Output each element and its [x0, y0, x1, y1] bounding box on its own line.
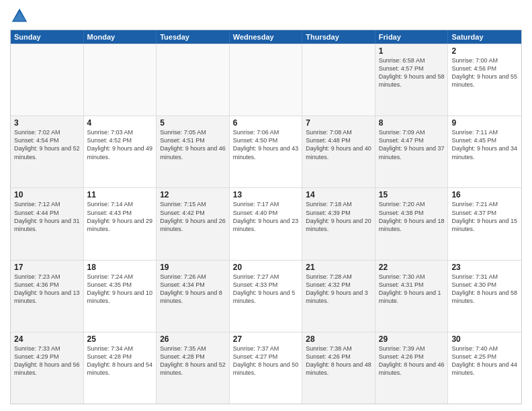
weekday-header-saturday: Saturday — [448, 30, 521, 44]
day-cell-16: 16Sunrise: 7:21 AM Sunset: 4:37 PM Dayli… — [448, 188, 521, 259]
day-cell-4: 4Sunrise: 7:03 AM Sunset: 4:52 PM Daylig… — [84, 116, 157, 187]
empty-cell — [11, 44, 84, 116]
day-info: Sunrise: 7:17 AM Sunset: 4:40 PM Dayligh… — [233, 200, 299, 233]
day-number: 14 — [306, 190, 371, 199]
day-cell-26: 26Sunrise: 7:35 AM Sunset: 4:28 PM Dayli… — [157, 332, 230, 404]
day-info: Sunrise: 7:02 AM Sunset: 4:54 PM Dayligh… — [14, 128, 80, 161]
day-info: Sunrise: 7:06 AM Sunset: 4:50 PM Dayligh… — [233, 128, 299, 161]
day-number: 4 — [87, 118, 153, 128]
day-cell-6: 6Sunrise: 7:06 AM Sunset: 4:50 PM Daylig… — [230, 116, 303, 187]
calendar-row-1: 3Sunrise: 7:02 AM Sunset: 4:54 PM Daylig… — [11, 116, 521, 187]
day-cell-25: 25Sunrise: 7:34 AM Sunset: 4:28 PM Dayli… — [84, 332, 157, 404]
day-number: 11 — [87, 190, 153, 199]
day-number: 26 — [160, 334, 226, 344]
day-cell-30: 30Sunrise: 7:40 AM Sunset: 4:25 PM Dayli… — [448, 332, 521, 404]
day-number: 23 — [451, 263, 518, 272]
day-cell-29: 29Sunrise: 7:39 AM Sunset: 4:26 PM Dayli… — [375, 332, 449, 404]
day-number: 28 — [306, 334, 371, 344]
day-number: 22 — [379, 263, 445, 272]
day-number: 9 — [451, 118, 518, 128]
day-info: Sunrise: 7:14 AM Sunset: 4:43 PM Dayligh… — [87, 200, 153, 233]
day-cell-28: 28Sunrise: 7:38 AM Sunset: 4:26 PM Dayli… — [302, 332, 375, 404]
page: SundayMondayTuesdayWednesdayThursdayFrid… — [0, 0, 532, 411]
day-number: 16 — [451, 190, 518, 199]
calendar-row-2: 10Sunrise: 7:12 AM Sunset: 4:44 PM Dayli… — [11, 187, 521, 259]
day-info: Sunrise: 7:39 AM Sunset: 4:26 PM Dayligh… — [379, 345, 445, 377]
day-info: Sunrise: 7:00 AM Sunset: 4:56 PM Dayligh… — [451, 56, 518, 89]
day-info: Sunrise: 7:33 AM Sunset: 4:29 PM Dayligh… — [14, 345, 80, 377]
day-cell-9: 9Sunrise: 7:11 AM Sunset: 4:45 PM Daylig… — [448, 116, 521, 187]
day-number: 24 — [14, 334, 80, 344]
logo — [10, 7, 32, 26]
day-info: Sunrise: 7:11 AM Sunset: 4:45 PM Dayligh… — [451, 128, 518, 161]
day-number: 25 — [87, 334, 153, 344]
logo-icon — [10, 7, 29, 26]
weekday-header-monday: Monday — [84, 30, 157, 44]
day-cell-7: 7Sunrise: 7:08 AM Sunset: 4:48 PM Daylig… — [302, 116, 375, 187]
day-cell-19: 19Sunrise: 7:26 AM Sunset: 4:34 PM Dayli… — [157, 261, 230, 332]
calendar-body: 1Sunrise: 6:58 AM Sunset: 4:57 PM Daylig… — [11, 44, 521, 404]
day-cell-5: 5Sunrise: 7:05 AM Sunset: 4:51 PM Daylig… — [157, 116, 230, 187]
day-number: 12 — [160, 190, 226, 199]
day-cell-1: 1Sunrise: 6:58 AM Sunset: 4:57 PM Daylig… — [375, 44, 449, 116]
empty-cell — [230, 44, 303, 116]
day-number: 15 — [379, 190, 445, 199]
day-cell-10: 10Sunrise: 7:12 AM Sunset: 4:44 PM Dayli… — [11, 188, 84, 259]
day-number: 6 — [233, 118, 299, 128]
day-info: Sunrise: 7:31 AM Sunset: 4:30 PM Dayligh… — [451, 273, 518, 306]
day-cell-3: 3Sunrise: 7:02 AM Sunset: 4:54 PM Daylig… — [11, 116, 84, 187]
day-cell-13: 13Sunrise: 7:17 AM Sunset: 4:40 PM Dayli… — [230, 188, 303, 259]
day-info: Sunrise: 7:18 AM Sunset: 4:39 PM Dayligh… — [306, 200, 371, 233]
day-info: Sunrise: 7:03 AM Sunset: 4:52 PM Dayligh… — [87, 128, 153, 161]
day-cell-20: 20Sunrise: 7:27 AM Sunset: 4:33 PM Dayli… — [230, 261, 303, 332]
day-number: 2 — [451, 46, 518, 56]
day-number: 17 — [14, 263, 80, 272]
empty-cell — [302, 44, 375, 116]
day-cell-8: 8Sunrise: 7:09 AM Sunset: 4:47 PM Daylig… — [375, 116, 449, 187]
day-number: 5 — [160, 118, 226, 128]
day-cell-2: 2Sunrise: 7:00 AM Sunset: 4:56 PM Daylig… — [448, 44, 521, 116]
day-info: Sunrise: 7:34 AM Sunset: 4:28 PM Dayligh… — [87, 345, 153, 377]
calendar-header: SundayMondayTuesdayWednesdayThursdayFrid… — [11, 30, 521, 44]
day-cell-23: 23Sunrise: 7:31 AM Sunset: 4:30 PM Dayli… — [448, 261, 521, 332]
day-info: Sunrise: 7:26 AM Sunset: 4:34 PM Dayligh… — [160, 273, 226, 306]
day-info: Sunrise: 7:35 AM Sunset: 4:28 PM Dayligh… — [160, 345, 226, 377]
day-info: Sunrise: 7:27 AM Sunset: 4:33 PM Dayligh… — [233, 273, 299, 306]
day-number: 10 — [14, 190, 80, 199]
day-info: Sunrise: 7:21 AM Sunset: 4:37 PM Dayligh… — [451, 200, 518, 233]
day-number: 18 — [87, 263, 153, 272]
day-number: 3 — [14, 118, 80, 128]
weekday-header-thursday: Thursday — [302, 30, 375, 44]
day-number: 20 — [233, 263, 299, 272]
header — [10, 7, 522, 26]
day-number: 13 — [233, 190, 299, 199]
day-number: 27 — [233, 334, 299, 344]
day-info: Sunrise: 7:30 AM Sunset: 4:31 PM Dayligh… — [379, 273, 445, 306]
day-number: 19 — [160, 263, 226, 272]
day-info: Sunrise: 6:58 AM Sunset: 4:57 PM Dayligh… — [379, 56, 445, 89]
day-cell-21: 21Sunrise: 7:28 AM Sunset: 4:32 PM Dayli… — [302, 261, 375, 332]
weekday-header-wednesday: Wednesday — [230, 30, 303, 44]
day-info: Sunrise: 7:28 AM Sunset: 4:32 PM Dayligh… — [306, 273, 371, 306]
weekday-header-tuesday: Tuesday — [157, 30, 230, 44]
day-info: Sunrise: 7:15 AM Sunset: 4:42 PM Dayligh… — [160, 200, 226, 233]
day-info: Sunrise: 7:09 AM Sunset: 4:47 PM Dayligh… — [379, 128, 445, 161]
empty-cell — [84, 44, 157, 116]
day-cell-22: 22Sunrise: 7:30 AM Sunset: 4:31 PM Dayli… — [375, 261, 449, 332]
day-number: 1 — [379, 46, 445, 56]
empty-cell — [157, 44, 230, 116]
day-info: Sunrise: 7:37 AM Sunset: 4:27 PM Dayligh… — [233, 345, 299, 377]
weekday-header-friday: Friday — [375, 30, 449, 44]
day-cell-11: 11Sunrise: 7:14 AM Sunset: 4:43 PM Dayli… — [84, 188, 157, 259]
day-number: 29 — [379, 334, 445, 344]
day-cell-27: 27Sunrise: 7:37 AM Sunset: 4:27 PM Dayli… — [230, 332, 303, 404]
day-cell-24: 24Sunrise: 7:33 AM Sunset: 4:29 PM Dayli… — [11, 332, 84, 404]
day-info: Sunrise: 7:08 AM Sunset: 4:48 PM Dayligh… — [306, 128, 371, 161]
day-number: 21 — [306, 263, 371, 272]
day-cell-18: 18Sunrise: 7:24 AM Sunset: 4:35 PM Dayli… — [84, 261, 157, 332]
day-cell-12: 12Sunrise: 7:15 AM Sunset: 4:42 PM Dayli… — [157, 188, 230, 259]
day-number: 30 — [451, 334, 518, 344]
calendar-row-4: 24Sunrise: 7:33 AM Sunset: 4:29 PM Dayli… — [11, 332, 521, 404]
day-info: Sunrise: 7:05 AM Sunset: 4:51 PM Dayligh… — [160, 128, 226, 161]
day-cell-15: 15Sunrise: 7:20 AM Sunset: 4:38 PM Dayli… — [375, 188, 449, 259]
